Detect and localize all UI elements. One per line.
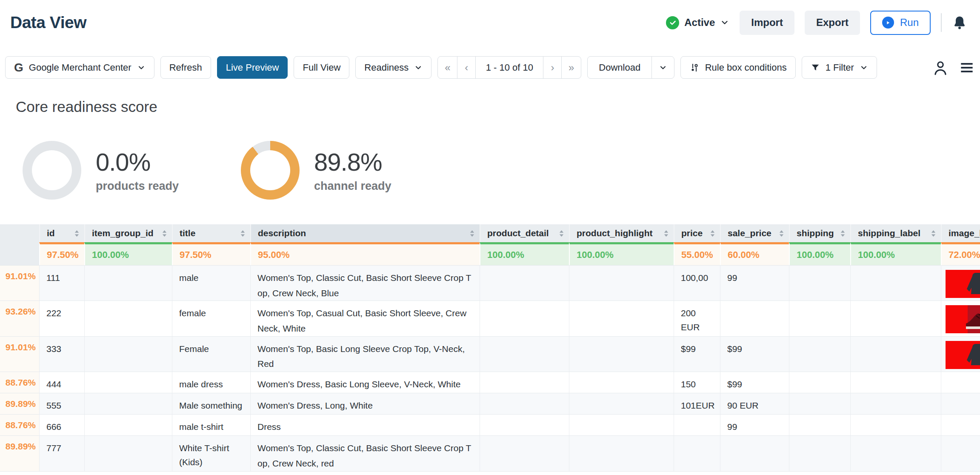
sort-icon[interactable]	[469, 229, 475, 238]
cell-price[interactable]	[674, 435, 720, 471]
pagination-prev-button[interactable]: ‹	[457, 56, 476, 79]
cell-image_link[interactable]	[941, 393, 980, 414]
cell-title[interactable]: male t-shirt	[172, 414, 250, 435]
cell-description[interactable]: Women's Dress, Basic Long Sleeve, V-Neck…	[250, 372, 480, 393]
cell-product_detail[interactable]	[480, 393, 569, 414]
readiness-dropdown-button[interactable]: Readiness	[355, 56, 431, 79]
cell-item_group_id[interactable]	[84, 300, 172, 336]
cell-image_link[interactable]	[941, 265, 980, 300]
cell-id[interactable]: 555	[39, 393, 84, 414]
sort-icon[interactable]	[778, 229, 785, 238]
column-header-id[interactable]: id	[39, 224, 84, 242]
cell-price[interactable]: 100,00	[674, 265, 720, 300]
rule-box-conditions-button[interactable]: Rule box conditions	[680, 56, 796, 79]
cell-product_highlight[interactable]	[569, 414, 674, 435]
cell-shipping[interactable]	[789, 265, 850, 300]
cell-product_highlight[interactable]	[569, 336, 674, 372]
full-view-button[interactable]: Full View	[294, 56, 349, 79]
cell-sale_price[interactable]: 99	[720, 265, 789, 300]
cell-description[interactable]: Women's Top, Classic Cut, Basic Short Sl…	[250, 435, 480, 471]
filter-dropdown-button[interactable]: 1 Filter	[802, 56, 877, 79]
cell-sale_price[interactable]: 99	[720, 414, 789, 435]
sort-icon[interactable]	[558, 229, 565, 238]
notifications-bell-icon[interactable]	[952, 15, 967, 30]
cell-shipping_label[interactable]	[850, 336, 941, 372]
column-header-shipping[interactable]: shipping	[789, 224, 850, 242]
column-header-item_group_id[interactable]: item_group_id	[84, 224, 172, 242]
cell-shipping_label[interactable]	[850, 435, 941, 471]
sort-icon[interactable]	[663, 229, 669, 238]
column-header-description[interactable]: description	[250, 224, 480, 242]
cell-sale_price[interactable]: $99	[720, 372, 789, 393]
cell-product_detail[interactable]	[480, 336, 569, 372]
pagination-first-button[interactable]: «	[437, 56, 457, 79]
cell-product_highlight[interactable]	[569, 300, 674, 336]
product-thumbnail-sneaker[interactable]	[946, 305, 980, 333]
cell-shipping_label[interactable]	[850, 300, 941, 336]
cell-sale_price[interactable]: 90 EUR	[720, 393, 789, 414]
column-header-product_highlight[interactable]: product_highlight	[569, 224, 674, 242]
cell-description[interactable]: Women's Top, Basic Long Sleeve Crop Top,…	[250, 336, 480, 372]
cell-item_group_id[interactable]	[84, 414, 172, 435]
cell-image_link[interactable]	[941, 336, 980, 372]
column-header-sale_price[interactable]: sale_price	[720, 224, 789, 242]
run-button[interactable]: Run	[870, 11, 931, 35]
sort-icon[interactable]	[709, 229, 716, 238]
cell-price[interactable]: 200 EUR	[674, 300, 720, 336]
cell-shipping[interactable]	[789, 435, 850, 471]
cell-item_group_id[interactable]	[84, 372, 172, 393]
sort-icon[interactable]	[161, 229, 168, 238]
cell-description[interactable]: Women's Top, Casual Cut, Basic Short Sle…	[250, 300, 480, 336]
cell-image_link[interactable]	[941, 414, 980, 435]
cell-title[interactable]: male	[172, 265, 250, 300]
cell-shipping_label[interactable]	[850, 414, 941, 435]
cell-item_group_id[interactable]	[84, 393, 172, 414]
download-button[interactable]: Download	[587, 56, 652, 79]
cell-description[interactable]: Women's Dress, Long, White	[250, 393, 480, 414]
sort-icon[interactable]	[840, 229, 846, 238]
cell-sale_price[interactable]	[720, 300, 789, 336]
cell-shipping[interactable]	[789, 393, 850, 414]
cell-image_link[interactable]	[941, 300, 980, 336]
sort-icon[interactable]	[74, 229, 80, 238]
cell-shipping[interactable]	[789, 372, 850, 393]
cell-product_detail[interactable]	[480, 300, 569, 336]
cell-shipping[interactable]	[789, 336, 850, 372]
cell-product_detail[interactable]	[480, 435, 569, 471]
cell-price[interactable]: 150	[674, 372, 720, 393]
column-header-shipping_label[interactable]: shipping_label	[850, 224, 941, 242]
user-profile-icon[interactable]	[933, 60, 948, 76]
cell-id[interactable]: 333	[39, 336, 84, 372]
cell-product_highlight[interactable]	[569, 435, 674, 471]
cell-sale_price[interactable]: $99	[720, 336, 789, 372]
cell-item_group_id[interactable]	[84, 435, 172, 471]
import-button[interactable]: Import	[740, 11, 794, 35]
cell-product_highlight[interactable]	[569, 372, 674, 393]
cell-id[interactable]: 444	[39, 372, 84, 393]
column-header-product_detail[interactable]: product_detail	[480, 224, 569, 242]
live-preview-button[interactable]: Live Preview	[217, 56, 288, 79]
cell-title[interactable]: Male something	[172, 393, 250, 414]
cell-shipping[interactable]	[789, 300, 850, 336]
cell-title[interactable]: White T-shirt (Kids)	[172, 435, 250, 471]
pagination-next-button[interactable]: ›	[543, 56, 562, 79]
hamburger-menu-icon[interactable]	[960, 61, 974, 74]
cell-product_detail[interactable]	[480, 372, 569, 393]
cell-shipping_label[interactable]	[850, 393, 941, 414]
product-thumbnail-sweater[interactable]	[946, 341, 980, 369]
source-selector-button[interactable]: G Google Merchant Center	[5, 56, 154, 79]
status-dropdown[interactable]: Active	[666, 16, 729, 29]
cell-shipping_label[interactable]	[850, 265, 941, 300]
cell-product_highlight[interactable]	[569, 265, 674, 300]
cell-title[interactable]: male dress	[172, 372, 250, 393]
cell-id[interactable]: 111	[39, 265, 84, 300]
cell-item_group_id[interactable]	[84, 336, 172, 372]
refresh-button[interactable]: Refresh	[160, 56, 211, 79]
sort-icon[interactable]	[240, 229, 246, 238]
export-button[interactable]: Export	[805, 11, 860, 35]
cell-image_link[interactable]	[941, 435, 980, 471]
download-options-chevron-button[interactable]	[651, 56, 674, 79]
cell-description[interactable]: Women's Top, Classic Cut, Basic Short Sl…	[250, 265, 480, 300]
cell-id[interactable]: 777	[39, 435, 84, 471]
cell-description[interactable]: Dress	[250, 414, 480, 435]
